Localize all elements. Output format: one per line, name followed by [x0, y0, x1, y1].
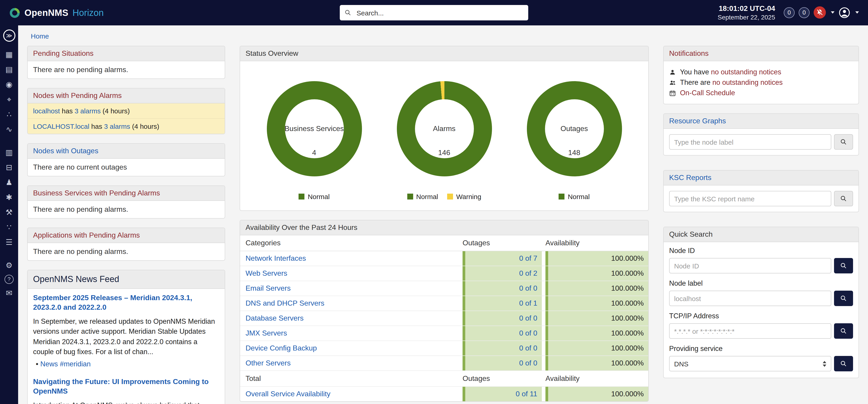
alarms-donut[interactable]: Alarms 146	[397, 81, 492, 176]
outage-count-link[interactable]: 0 of 11	[516, 390, 537, 398]
availability-cell: 100.000%	[546, 326, 648, 341]
sidebar-item-users[interactable]: ♟	[3, 177, 15, 188]
ksc-report-search-input[interactable]	[669, 191, 831, 206]
notifications-off-button[interactable]	[814, 6, 826, 19]
ip-address-input[interactable]	[669, 323, 831, 339]
category-link[interactable]: Database Servers	[246, 314, 304, 322]
category-link[interactable]: JMX Servers	[246, 329, 287, 337]
category-link[interactable]: Device Config Backup	[246, 344, 317, 352]
sidebar-item-inventory[interactable]: ⊟	[3, 162, 15, 173]
user-notices-link[interactable]: no outstanding notices	[711, 68, 781, 76]
panel-title-link[interactable]: KSC Reports	[669, 174, 711, 181]
panel-title-link[interactable]: Resource Graphs	[669, 117, 726, 125]
table-row: Other Servers 0 of 0 100.000%	[240, 356, 648, 371]
plugins-icon: ✱	[6, 193, 12, 202]
donut-label: Alarms	[433, 125, 456, 133]
node-id-input[interactable]	[669, 258, 831, 273]
panel-title: Notifications	[664, 46, 859, 61]
news-title-link[interactable]: September 2025 Releases – Meridian 2024.…	[33, 293, 219, 312]
category-link[interactable]: Network Interfaces	[246, 254, 306, 262]
sidebar-item-topology[interactable]: ∴	[3, 109, 15, 120]
node-id-search-button[interactable]	[834, 258, 853, 273]
all-notices-link[interactable]: no outstanding notices	[712, 79, 783, 86]
sidebar-item-integrations[interactable]: ∵	[3, 222, 15, 233]
overall-availability-link[interactable]: Overall Service Availability	[246, 390, 331, 398]
sidebar-item-rules[interactable]: ☰	[3, 237, 15, 248]
sidebar-item-administration[interactable]: ⚙	[3, 260, 15, 271]
outage-count-link[interactable]: 0 of 7	[519, 254, 537, 262]
business-services-donut[interactable]: Business Services 4	[267, 81, 362, 176]
category-link[interactable]: Web Servers	[246, 269, 287, 278]
panel-title: Applications with Pending Alarms	[28, 228, 225, 243]
sidebar-item-plugins[interactable]: ✱	[3, 192, 15, 203]
quick-search-panel: Quick Search Node ID Node label	[663, 227, 859, 378]
alarm-count-badge[interactable]: 0	[784, 7, 795, 18]
panel-title-link[interactable]: Nodes with Outages	[33, 147, 98, 154]
alarm-row: LOCALHOST.local has 3 alarms (4 hours)	[28, 119, 225, 134]
outage-count-link[interactable]: 0 of 1	[519, 299, 537, 308]
node-link[interactable]: LOCALHOST.local	[33, 122, 89, 130]
node-link[interactable]: localhost	[33, 107, 60, 115]
outage-count-link[interactable]: 0 of 0	[519, 329, 537, 337]
category-link[interactable]: DNS and DHCP Servers	[246, 299, 324, 308]
user-menu-button[interactable]	[839, 7, 850, 19]
brand-logo[interactable]: OpenNMS Horizon	[9, 7, 104, 18]
eye-icon: ◉	[6, 80, 12, 89]
breadcrumb-home-link[interactable]: Home	[31, 32, 49, 40]
search-icon	[840, 138, 847, 146]
ksc-reports-panel: KSC Reports	[663, 170, 859, 212]
outage-count-link[interactable]: 0 of 2	[519, 269, 537, 278]
sidebar-item-visualizations[interactable]: ◉	[3, 79, 15, 90]
providing-service-group: Providing service DNS	[669, 345, 853, 371]
table-row: Database Servers 0 of 0 100.000%	[240, 311, 648, 326]
donut-label: Outages	[561, 125, 588, 133]
alarms-link[interactable]: 3 alarms	[104, 122, 130, 130]
news-tag-link[interactable]: News #meridian	[40, 360, 91, 368]
availability-cell: 100.000%	[546, 387, 648, 401]
ip-address-search-button[interactable]	[834, 323, 853, 339]
node-label-input[interactable]	[669, 291, 831, 306]
outage-count-link[interactable]: 0 of 0	[519, 359, 537, 367]
help-icon: ?	[7, 276, 10, 283]
resource-graphs-search-button[interactable]	[834, 134, 853, 150]
sidebar-item-maps[interactable]: ⌖	[3, 94, 15, 105]
sidebar-item-reports[interactable]: ▥	[3, 147, 15, 158]
notification-row: You have no outstanding notices	[669, 68, 853, 76]
notice-count-badge[interactable]: 0	[799, 7, 810, 18]
news-title-link[interactable]: Navigating the Future: UI Improvements C…	[33, 377, 219, 396]
search-input[interactable]	[355, 8, 524, 17]
topology-icon: ∴	[6, 110, 11, 119]
sidebar-item-resource-graphs[interactable]: ∿	[3, 124, 15, 135]
empty-message: There are no pending alarms.	[28, 61, 225, 79]
sidebar-item-help[interactable]: ?	[4, 275, 13, 284]
overall-availability-row: Overall Service Availability 0 of 11 100…	[240, 387, 648, 401]
outage-count-link[interactable]: 0 of 0	[519, 284, 537, 292]
outage-count-link[interactable]: 0 of 0	[519, 344, 537, 352]
service-search-button[interactable]	[834, 356, 853, 371]
sidebar-expand-button[interactable]: ≫	[3, 29, 15, 42]
field-label: Node label	[669, 279, 853, 287]
wrench-icon: ⚒	[6, 208, 13, 217]
category-link[interactable]: Email Servers	[246, 284, 290, 292]
empty-message: There are no pending alarms.	[28, 201, 225, 218]
table-row: JMX Servers 0 of 0 100.000%	[240, 326, 648, 341]
providing-service-select[interactable]: DNS	[669, 356, 831, 371]
panel-title: OpenNMS News Feed	[28, 270, 225, 289]
outage-count-link[interactable]: 0 of 0	[519, 314, 537, 322]
business-services-panel: Business Services with Pending Alarms Th…	[27, 185, 225, 219]
on-call-schedule-link[interactable]: On-Call Schedule	[680, 89, 735, 96]
category-link[interactable]: Other Servers	[246, 359, 290, 367]
outages-donut[interactable]: Outages 148	[527, 81, 622, 176]
bell-slash-icon	[816, 9, 824, 17]
panel-title: Business Services with Pending Alarms	[28, 186, 225, 201]
alarms-link[interactable]: 3 alarms	[74, 107, 100, 115]
table-row: Email Servers 0 of 0 100.000%	[240, 281, 648, 296]
sidebar-item-infrastructure[interactable]: ▤	[3, 64, 15, 75]
node-label-search-button[interactable]	[834, 291, 853, 306]
outages-cell: 0 of 2	[463, 266, 542, 281]
resource-graphs-search-input[interactable]	[669, 134, 831, 150]
sidebar-item-dashboard[interactable]: ▦	[3, 49, 15, 60]
sidebar-item-configuration[interactable]: ⚒	[3, 207, 15, 218]
sidebar-item-feedback[interactable]: ✉	[3, 287, 15, 299]
ksc-report-search-button[interactable]	[834, 191, 853, 206]
